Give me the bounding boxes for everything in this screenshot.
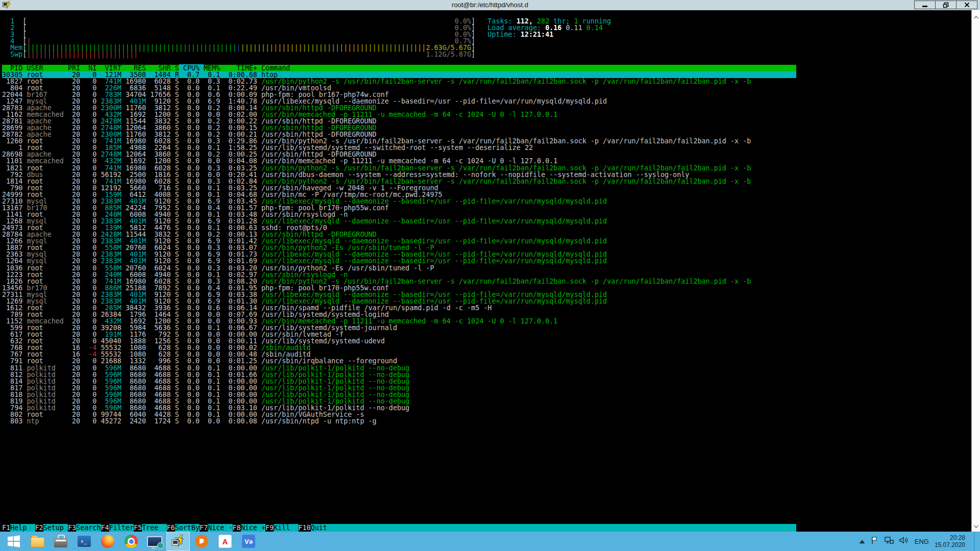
flag-icon <box>871 536 879 544</box>
vnc-icon: Vǝ <box>242 535 255 548</box>
taskbar-icon-orange-p-app[interactable]: P <box>190 532 213 551</box>
restore-icon <box>943 2 949 8</box>
htop-screen: 1 [ 0.0%] Tasks: 112, 282 thr; 1 running… <box>2 10 971 532</box>
tray-show-hidden-icons[interactable] <box>859 537 865 546</box>
taskbar: ›_ P A Vǝ <box>0 532 980 551</box>
fkey-f3[interactable]: F3Search <box>68 524 101 532</box>
remote-desktop-icon <box>147 536 162 547</box>
window-title: root@br:/etc/httpd/vhost.d <box>0 0 980 10</box>
tray-date: 15.07.2020 <box>935 541 965 548</box>
fkey-f7[interactable]: F7Nice - <box>200 524 233 532</box>
windows-logo-icon <box>7 535 20 548</box>
network-icon <box>885 536 894 544</box>
fkey-f2[interactable]: F2Setup <box>35 524 68 532</box>
swap-meter: Swp[||||||||||||||||||||||||||| 1.12G/5.… <box>2 51 475 58</box>
tray-network[interactable] <box>885 536 894 546</box>
restore-button[interactable] <box>935 1 957 9</box>
taskbar-icon-vnc-viewer[interactable]: Vǝ <box>237 532 260 551</box>
fkey-f1[interactable]: F1Help <box>2 524 35 532</box>
taskbar-icon-chrome[interactable] <box>119 532 143 551</box>
fkey-f6[interactable]: F6SortBy <box>167 524 200 532</box>
function-key-bar: F1Help F2Setup F3SearchF4FilterF5Tree F6… <box>2 524 796 531</box>
taskbar-icon-server-manager[interactable] <box>49 532 72 551</box>
acrobat-icon: A <box>218 535 232 548</box>
window-titlebar: root@br:/etc/httpd/vhost.d <box>0 0 980 10</box>
tray-volume[interactable] <box>899 536 909 546</box>
chrome-icon <box>125 535 138 548</box>
firefox-icon <box>101 535 114 548</box>
minimize-button[interactable] <box>914 1 936 9</box>
taskbar-icon-firefox[interactable] <box>96 532 119 551</box>
scroll-down-arrow-icon[interactable] <box>972 521 980 530</box>
tray-time: 20:28 <box>935 534 965 541</box>
taskbar-icon-start[interactable] <box>2 532 26 551</box>
powershell-icon: ›_ <box>78 536 91 547</box>
close-icon <box>964 2 970 8</box>
process-row[interactable]: 803 ntp 20 0 45272 2420 1724 S 0.0 0.0 0… <box>2 418 377 424</box>
terminal[interactable]: 1 [ 0.0%] Tasks: 112, 282 thr; 1 running… <box>0 10 980 532</box>
putty-icon <box>171 535 185 548</box>
folder-icon <box>31 537 44 547</box>
tray-action-center[interactable] <box>871 536 879 546</box>
fkey-f5[interactable]: F5Tree <box>134 524 167 532</box>
taskbar-icon-remote-desktop[interactable] <box>143 532 166 551</box>
taskbar-icon-acrobat-reader[interactable]: A <box>213 532 237 551</box>
speaker-icon <box>899 536 909 544</box>
toolbox-icon <box>54 538 67 547</box>
fkey-f8[interactable]: F8Nice + <box>233 524 266 532</box>
orange-p-icon: P <box>195 535 208 548</box>
show-desktop-button[interactable] <box>974 532 978 551</box>
taskbar-icon-powershell[interactable]: ›_ <box>72 532 96 551</box>
tray-clock[interactable]: 20:28 15.07.2020 <box>935 534 965 548</box>
scroll-up-arrow-icon[interactable] <box>972 12 980 21</box>
taskbar-icon-putty[interactable] <box>166 532 190 551</box>
chevron-up-icon <box>859 540 865 544</box>
fkey-f9[interactable]: F9Kill <box>265 524 299 532</box>
tray-language[interactable]: ENG <box>915 538 929 545</box>
window-controls <box>915 1 977 9</box>
close-button[interactable] <box>956 1 977 9</box>
system-tray: ENG 20:28 15.07.2020 <box>859 532 980 551</box>
fkey-f10[interactable]: F10Quit <box>299 524 336 532</box>
fkey-f4[interactable]: F4Filter <box>101 524 134 532</box>
terminal-scrollbar[interactable] <box>971 10 980 532</box>
taskbar-icon-file-explorer[interactable] <box>26 532 49 551</box>
